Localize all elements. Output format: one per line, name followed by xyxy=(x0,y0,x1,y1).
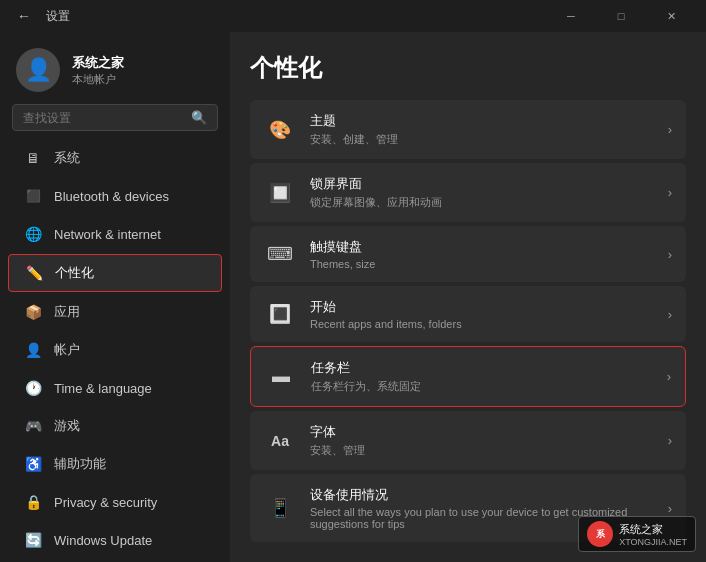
sidebar-item-bluetooth[interactable]: ⬛ Bluetooth & devices xyxy=(8,178,222,214)
search-icon: 🔍 xyxy=(191,110,207,125)
user-info: 系统之家 本地帐户 xyxy=(72,54,124,87)
settings-item-touchkeyboard[interactable]: ⌨ 触摸键盘 Themes, size › xyxy=(250,226,686,282)
search-box[interactable]: 🔍 xyxy=(12,104,218,131)
touchkeyboard-icon: ⌨ xyxy=(264,238,296,270)
start-text: 开始 Recent apps and items, folders xyxy=(310,298,654,330)
sidebar-item-network[interactable]: 🌐 Network & internet xyxy=(8,216,222,252)
sidebar-item-accessibility[interactable]: ♿ 辅助功能 xyxy=(8,446,222,482)
themes-title: 主题 xyxy=(310,112,654,130)
sidebar-item-label: 应用 xyxy=(54,303,80,321)
sidebar-item-personalization[interactable]: ✏️ 个性化 xyxy=(8,254,222,292)
sidebar-item-system[interactable]: 🖥 系统 xyxy=(8,140,222,176)
fonts-text: 字体 安装、管理 xyxy=(310,423,654,458)
personalization-icon: ✏️ xyxy=(25,264,43,282)
privacy-icon: 🔒 xyxy=(24,493,42,511)
touchkeyboard-text: 触摸键盘 Themes, size xyxy=(310,238,654,270)
watermark-url: XTONGJIIA.NET xyxy=(619,537,687,547)
sidebar-item-accounts[interactable]: 👤 帐户 xyxy=(8,332,222,368)
content-area: 👤 系统之家 本地帐户 🔍 🖥 系统 ⬛ Bluetooth & devices… xyxy=(0,32,706,562)
main-content: 个性化 🎨 主题 安装、创建、管理 › 🔲 锁屏界面 锁定屏幕图像、应用和动画 xyxy=(230,32,706,562)
watermark: 系 系统之家 XTONGJIIA.NET xyxy=(578,516,696,552)
themes-text: 主题 安装、创建、管理 xyxy=(310,112,654,147)
settings-list: 🎨 主题 安装、创建、管理 › 🔲 锁屏界面 锁定屏幕图像、应用和动画 › xyxy=(250,100,686,542)
update-icon: 🔄 xyxy=(24,531,42,549)
titlebar-left: ← 设置 xyxy=(12,4,70,28)
user-section[interactable]: 👤 系统之家 本地帐户 xyxy=(0,32,230,104)
username: 系统之家 xyxy=(72,54,124,72)
watermark-text-block: 系统之家 XTONGJIIA.NET xyxy=(619,522,687,547)
themes-chevron: › xyxy=(668,122,672,137)
deviceusage-chevron: › xyxy=(668,501,672,516)
taskbar-text: 任务栏 任务栏行为、系统固定 xyxy=(311,359,653,394)
titlebar-title: 设置 xyxy=(46,8,70,25)
sidebar-item-label: 辅助功能 xyxy=(54,455,106,473)
taskbar-title: 任务栏 xyxy=(311,359,653,377)
fonts-title: 字体 xyxy=(310,423,654,441)
gaming-icon: 🎮 xyxy=(24,417,42,435)
accounts-icon: 👤 xyxy=(24,341,42,359)
sidebar-item-label: Time & language xyxy=(54,381,152,396)
fonts-chevron: › xyxy=(668,433,672,448)
bluetooth-icon: ⬛ xyxy=(24,187,42,205)
taskbar-icon: ▬ xyxy=(265,361,297,393)
fonts-icon: Aa xyxy=(264,425,296,457)
sidebar: 👤 系统之家 本地帐户 🔍 🖥 系统 ⬛ Bluetooth & devices… xyxy=(0,32,230,562)
settings-window: ← 设置 ─ □ ✕ 👤 系统之家 本地帐户 🔍 🖥 xyxy=(0,0,706,562)
avatar: 👤 xyxy=(16,48,60,92)
titlebar-controls: ─ □ ✕ xyxy=(548,0,694,32)
start-desc: Recent apps and items, folders xyxy=(310,318,654,330)
watermark-title: 系统之家 xyxy=(619,522,687,537)
page-title: 个性化 xyxy=(250,52,686,84)
start-title: 开始 xyxy=(310,298,654,316)
lockscreen-chevron: › xyxy=(668,185,672,200)
lockscreen-desc: 锁定屏幕图像、应用和动画 xyxy=(310,195,654,210)
taskbar-desc: 任务栏行为、系统固定 xyxy=(311,379,653,394)
touchkeyboard-desc: Themes, size xyxy=(310,258,654,270)
sidebar-item-label: Bluetooth & devices xyxy=(54,189,169,204)
apps-icon: 📦 xyxy=(24,303,42,321)
deviceusage-icon: 📱 xyxy=(264,492,296,524)
start-chevron: › xyxy=(668,307,672,322)
settings-item-start[interactable]: 🔳 开始 Recent apps and items, folders › xyxy=(250,286,686,342)
user-type: 本地帐户 xyxy=(72,72,124,87)
sidebar-item-label: 个性化 xyxy=(55,264,94,282)
close-button[interactable]: ✕ xyxy=(648,0,694,32)
time-icon: 🕐 xyxy=(24,379,42,397)
search-input[interactable] xyxy=(23,111,183,125)
system-icon: 🖥 xyxy=(24,149,42,167)
sidebar-item-label: Network & internet xyxy=(54,227,161,242)
touchkeyboard-title: 触摸键盘 xyxy=(310,238,654,256)
sidebar-item-label: 帐户 xyxy=(54,341,80,359)
sidebar-item-privacy[interactable]: 🔒 Privacy & security xyxy=(8,484,222,520)
back-button[interactable]: ← xyxy=(12,4,36,28)
network-icon: 🌐 xyxy=(24,225,42,243)
settings-item-fonts[interactable]: Aa 字体 安装、管理 › xyxy=(250,411,686,470)
themes-desc: 安装、创建、管理 xyxy=(310,132,654,147)
minimize-button[interactable]: ─ xyxy=(548,0,594,32)
sidebar-item-label: 系统 xyxy=(54,149,80,167)
titlebar: ← 设置 ─ □ ✕ xyxy=(0,0,706,32)
lockscreen-title: 锁屏界面 xyxy=(310,175,654,193)
deviceusage-title: 设备使用情况 xyxy=(310,486,654,504)
restore-button[interactable]: □ xyxy=(598,0,644,32)
sidebar-item-update[interactable]: 🔄 Windows Update xyxy=(8,522,222,558)
settings-item-lockscreen[interactable]: 🔲 锁屏界面 锁定屏幕图像、应用和动画 › xyxy=(250,163,686,222)
sidebar-item-time[interactable]: 🕐 Time & language xyxy=(8,370,222,406)
taskbar-chevron: › xyxy=(667,369,671,384)
sidebar-item-label: Windows Update xyxy=(54,533,152,548)
sidebar-item-gaming[interactable]: 🎮 游戏 xyxy=(8,408,222,444)
watermark-logo: 系 xyxy=(587,521,613,547)
themes-icon: 🎨 xyxy=(264,114,296,146)
touchkeyboard-chevron: › xyxy=(668,247,672,262)
lockscreen-icon: 🔲 xyxy=(264,177,296,209)
sidebar-item-label: 游戏 xyxy=(54,417,80,435)
accessibility-icon: ♿ xyxy=(24,455,42,473)
settings-item-themes[interactable]: 🎨 主题 安装、创建、管理 › xyxy=(250,100,686,159)
sidebar-item-apps[interactable]: 📦 应用 xyxy=(8,294,222,330)
settings-item-taskbar[interactable]: ➜ ▬ 任务栏 任务栏行为、系统固定 › xyxy=(250,346,686,407)
fonts-desc: 安装、管理 xyxy=(310,443,654,458)
start-icon: 🔳 xyxy=(264,298,296,330)
sidebar-item-label: Privacy & security xyxy=(54,495,157,510)
lockscreen-text: 锁屏界面 锁定屏幕图像、应用和动画 xyxy=(310,175,654,210)
